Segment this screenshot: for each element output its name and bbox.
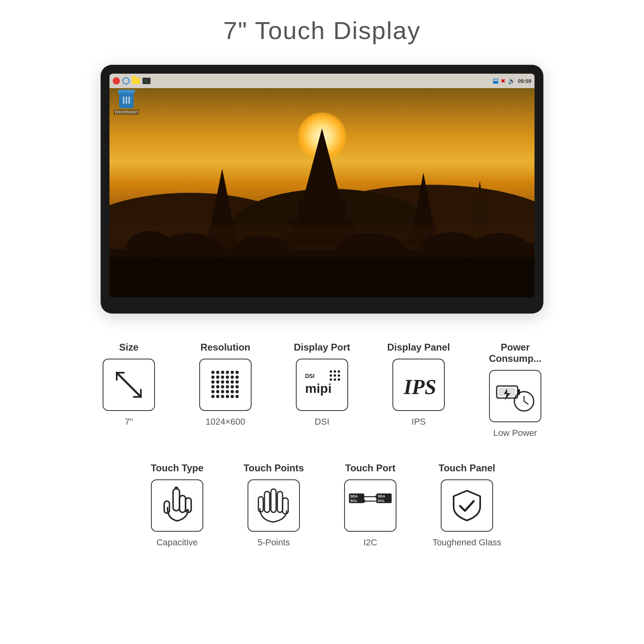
svg-point-33 [216,376,219,379]
shield-check-icon [449,487,485,524]
taskbar-left: >_ [113,77,491,85]
svg-point-48 [231,385,234,388]
monitor-screen: >_ ⬓ ✖ 🔊 09:59 [109,74,535,297]
diagonal-arrow-icon [113,369,145,401]
ips-icon: IPS [400,371,437,399]
svg-point-58 [221,395,224,398]
mipi-dsi-icon: DSI mipi [302,367,342,403]
svg-point-34 [221,376,224,379]
specs-section: Size 7" Resolution // This won't execute… [0,342,644,572]
svg-point-65 [334,370,336,373]
monitor-display: >_ ⬓ ✖ 🔊 09:59 [101,65,543,314]
svg-point-40 [221,380,224,384]
svg-rect-82 [180,495,186,512]
svg-point-28 [221,371,224,374]
svg-point-43 [235,380,239,384]
svg-point-27 [216,371,219,374]
svg-text:SDA: SDA [350,494,358,498]
svg-point-35 [226,376,229,379]
svg-point-54 [231,390,234,393]
svg-point-66 [330,374,332,377]
svg-text:SCL: SCL [378,499,385,503]
svg-point-41 [226,380,229,384]
temple-silhouette [109,88,535,297]
svg-rect-86 [258,497,263,512]
svg-point-32 [211,376,215,379]
svg-point-37 [235,376,239,379]
specs-row-1: Size 7" Resolution // This won't execute… [24,342,620,438]
trash-icon-img [119,92,134,108]
wallpaper: Wastebasket [109,88,535,297]
spec-display-panel-label: Display Panel [387,342,450,353]
svg-point-45 [216,385,219,388]
svg-point-61 [235,395,239,398]
spec-touch-type-value: Capacitive [157,537,198,548]
spec-display-panel-icon-box: IPS [392,359,445,411]
taskbar-time: 09:59 [518,78,531,84]
spec-display-port: Display Port DSI mipi [286,342,358,438]
svg-point-38 [211,380,215,384]
spec-resolution-value: 1024×600 [206,417,246,427]
svg-point-42 [231,380,234,384]
svg-marker-3 [303,128,341,201]
svg-point-52 [221,390,224,393]
five-fingers-icon [258,487,290,525]
hand-pointer-icon [161,487,193,525]
spec-touch-points-icon-box [248,479,300,532]
grid-icon: // This won't execute in SVG context but… [207,367,244,403]
svg-point-60 [231,395,234,398]
wifi-off-icon: ✖ [501,78,506,84]
svg-rect-89 [277,491,283,512]
spec-touch-panel: Touch Panel Toughened Glass [431,462,503,548]
terminal-icon: >_ [142,78,151,84]
svg-point-49 [235,385,239,388]
spec-touch-panel-icon-box [441,479,493,532]
svg-point-30 [231,371,234,374]
wastebasket-label: Wastebasket [114,109,139,115]
spec-touch-port-label: Touch Port [345,462,396,474]
svg-line-80 [524,401,528,404]
spec-touch-port-value: I2C [363,537,377,548]
svg-text:SCL: SCL [350,499,358,503]
spec-power-label: Power Consump... [479,342,551,364]
spec-touch-port: Touch Port SDA SCL SDA SCL [334,462,407,548]
spec-display-panel-value: IPS [411,417,425,427]
svg-point-59 [226,395,229,398]
svg-point-44 [211,385,215,388]
svg-point-36 [231,376,234,379]
svg-point-56 [211,395,215,398]
spec-touch-panel-value: Toughened Glass [432,537,501,548]
spec-power: Power Consump... Low Power [479,342,551,438]
svg-rect-87 [264,491,270,512]
spec-size: Size 7" [93,342,165,438]
spec-power-value: Low Power [493,428,537,438]
svg-point-57 [216,395,219,398]
svg-point-55 [235,390,239,393]
raspberry-pi-icon [113,77,120,85]
svg-point-51 [216,390,219,393]
taskbar-right: ⬓ ✖ 🔊 09:59 [493,77,531,85]
spec-display-port-label: Display Port [294,342,350,353]
svg-point-47 [226,385,229,388]
svg-rect-84 [164,501,169,513]
spec-touch-panel-label: Touch Panel [439,462,495,474]
specs-row-2: Touch Type Capaciti [24,462,620,548]
svg-text:IPS: IPS [403,376,436,398]
svg-point-26 [211,371,215,374]
svg-point-29 [226,371,229,374]
svg-rect-90 [283,498,288,514]
svg-point-71 [338,374,340,377]
spec-touch-type-label: Touch Type [151,462,203,474]
spec-size-value: 7" [125,417,133,427]
wastebasket-icon[interactable]: Wastebasket [114,92,139,115]
spec-resolution-icon-box: // This won't execute in SVG context but… [199,359,252,411]
svg-point-39 [216,380,219,384]
spec-display-port-value: DSI [315,417,330,427]
svg-point-46 [221,385,224,388]
bluetooth-icon: ⬓ [493,77,498,85]
svg-point-31 [235,371,239,374]
folder-icon [132,78,140,84]
spec-display-port-icon-box: DSI mipi [296,359,348,411]
svg-rect-4 [299,201,345,221]
svg-rect-88 [271,489,276,512]
